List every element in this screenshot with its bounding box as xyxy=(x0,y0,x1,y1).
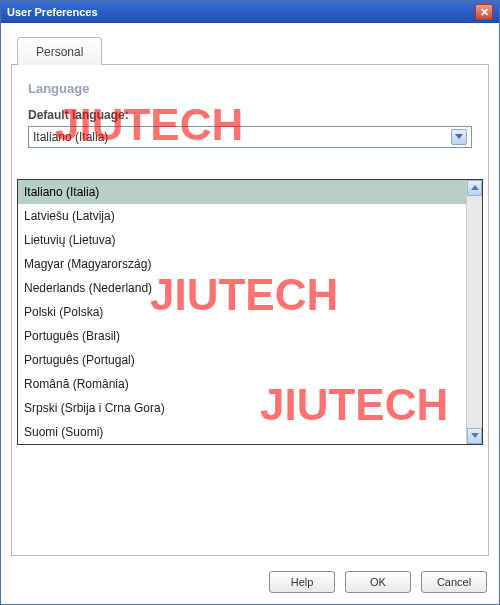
section-heading-language: Language xyxy=(28,81,472,96)
combo-arrow-button[interactable] xyxy=(451,129,467,145)
language-option[interactable]: Srpski (Srbija i Crna Gora) xyxy=(18,396,466,420)
chevron-down-icon xyxy=(455,134,463,140)
scroll-up-button[interactable] xyxy=(467,180,482,196)
titlebar: User Preferences ✕ xyxy=(1,1,499,23)
help-button[interactable]: Help xyxy=(269,571,335,593)
ok-button[interactable]: OK xyxy=(345,571,411,593)
language-option[interactable]: Suomi (Suomi) xyxy=(18,420,466,444)
tab-personal-label: Personal xyxy=(36,45,83,59)
cancel-button[interactable]: Cancel xyxy=(421,571,487,593)
language-option[interactable]: Nederlands (Nederland) xyxy=(18,276,466,300)
window-title: User Preferences xyxy=(7,6,98,18)
language-option[interactable]: Polski (Polska) xyxy=(18,300,466,324)
language-option[interactable]: Latviešu (Latvija) xyxy=(18,204,466,228)
user-preferences-window: User Preferences ✕ Personal Language Def… xyxy=(0,0,500,605)
language-option[interactable]: Română (România) xyxy=(18,372,466,396)
tabstrip: Personal xyxy=(11,37,489,65)
scroll-down-button[interactable] xyxy=(467,428,482,444)
close-icon: ✕ xyxy=(480,7,489,18)
dialog-body: Personal Language Default language: Ital… xyxy=(1,23,499,560)
default-language-combo[interactable]: Italiano (Italia) xyxy=(28,126,472,148)
chevron-up-icon xyxy=(471,185,479,191)
language-option[interactable]: Lietuvių (Lietuva) xyxy=(18,228,466,252)
default-language-label: Default language: xyxy=(28,108,472,122)
button-bar: Help OK Cancel xyxy=(1,560,499,604)
tab-personal[interactable]: Personal xyxy=(17,37,102,65)
dropdown-scrollbar[interactable] xyxy=(466,180,482,444)
language-option[interactable]: Italiano (Italia) xyxy=(18,180,466,204)
chevron-down-icon xyxy=(471,433,479,439)
language-option[interactable]: Português (Portugal) xyxy=(18,348,466,372)
close-button[interactable]: ✕ xyxy=(475,4,493,20)
language-dropdown-list: Italiano (Italia)Latviešu (Latvija)Lietu… xyxy=(18,180,466,444)
language-option[interactable]: Português (Brasil) xyxy=(18,324,466,348)
language-dropdown: Italiano (Italia)Latviešu (Latvija)Lietu… xyxy=(17,179,483,445)
ok-button-label: OK xyxy=(370,576,386,588)
help-button-label: Help xyxy=(291,576,314,588)
cancel-button-label: Cancel xyxy=(437,576,471,588)
combo-selected-value: Italiano (Italia) xyxy=(33,130,451,144)
language-option[interactable]: Magyar (Magyarország) xyxy=(18,252,466,276)
